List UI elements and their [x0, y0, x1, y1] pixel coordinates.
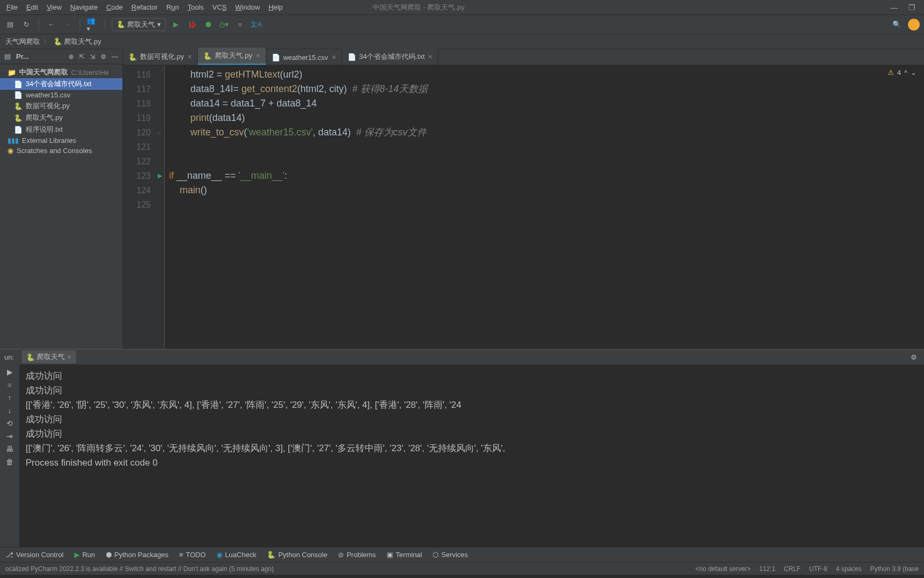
- up-icon[interactable]: ↑: [8, 393, 12, 402]
- tree-file-label: 程序说明.txt: [26, 125, 63, 134]
- gear-icon[interactable]: ⚙: [101, 53, 106, 60]
- collapse-icon[interactable]: ⇲: [90, 53, 95, 60]
- tab-label: 数据可视化.py: [140, 52, 184, 62]
- tab-3[interactable]: 📄 34个省会城市代码.txt ✕: [342, 49, 439, 65]
- down-icon[interactable]: ↓: [8, 406, 12, 415]
- tab-label: 爬取天气.py: [215, 51, 252, 60]
- close-icon[interactable]: ✕: [67, 354, 72, 361]
- tree-root-path: C:\Users\He: [71, 69, 109, 77]
- tool-python-packages[interactable]: ⬢Python Packages: [106, 551, 168, 559]
- profile-icon[interactable]: ◷▾: [218, 19, 230, 31]
- minimize-icon[interactable]: —: [890, 3, 898, 12]
- debug-icon[interactable]: 🐞: [186, 19, 198, 31]
- tool-services[interactable]: ⬡Services: [433, 551, 468, 559]
- status-server[interactable]: <no default server>: [695, 565, 750, 573]
- status-indent[interactable]: 4 spaces: [836, 565, 861, 573]
- expand-icon[interactable]: ⇱: [79, 53, 84, 60]
- maximize-icon[interactable]: ❐: [908, 3, 915, 12]
- user-icon[interactable]: 👥▾: [87, 19, 98, 31]
- status-interpreter[interactable]: Python 3.9 (base: [870, 565, 919, 573]
- project-tree[interactable]: 📁 中国天气网爬取 C:\Users\He 📄 34个省会城市代码.txt 📄 …: [0, 64, 122, 349]
- menu-run[interactable]: Run: [162, 2, 183, 13]
- menu-navigate[interactable]: Navigate: [66, 2, 102, 13]
- status-encoding[interactable]: UTF-8: [809, 565, 827, 573]
- close-icon[interactable]: ✕: [428, 54, 433, 60]
- stop-icon[interactable]: ■: [7, 381, 12, 389]
- scroll-icon[interactable]: ⇥: [6, 432, 13, 440]
- gear-icon[interactable]: ⚙: [908, 351, 920, 363]
- python-icon: 🐍: [267, 551, 275, 559]
- tool-problems[interactable]: ⊘Problems: [338, 551, 376, 559]
- inspection-widget[interactable]: ⚠ 4 ^ ⌄: [888, 69, 917, 77]
- tool-terminal[interactable]: ▣Terminal: [387, 551, 422, 559]
- translate-icon[interactable]: 文A: [250, 19, 262, 31]
- tab-0[interactable]: 🐍 数据可视化.py ✕: [123, 49, 198, 65]
- run-tab[interactable]: 🐍 爬取天气 ✕: [22, 351, 76, 363]
- breadcrumb-root[interactable]: 天气网爬取: [5, 37, 40, 47]
- menu-help[interactable]: Help: [264, 2, 287, 13]
- minimize-panel-icon[interactable]: —: [112, 53, 118, 60]
- menu-edit[interactable]: Edit: [22, 2, 42, 13]
- run-configuration-selector[interactable]: 🐍 爬取天气 ▾: [112, 18, 166, 31]
- scratch-icon: ◉: [7, 147, 13, 155]
- tree-scratches[interactable]: ◉ Scratches and Consoles: [0, 146, 122, 156]
- avatar[interactable]: [908, 19, 920, 31]
- refresh-icon[interactable]: ↻: [20, 19, 32, 31]
- chevron-down-icon[interactable]: ⌄: [911, 69, 917, 77]
- fold-gutter[interactable]: ⌐ ▶: [155, 65, 165, 349]
- tree-root[interactable]: 📁 中国天气网爬取 C:\Users\He: [0, 66, 122, 78]
- rerun-icon[interactable]: ▶: [7, 368, 13, 376]
- tree-file-1[interactable]: 📄 weather15.csv: [0, 90, 122, 100]
- coverage-icon[interactable]: ⬢: [202, 19, 214, 31]
- stop-icon[interactable]: ■: [234, 19, 246, 31]
- print-icon[interactable]: 🖶: [6, 445, 13, 453]
- run-icon[interactable]: ▶: [170, 19, 182, 31]
- tree-file-4[interactable]: 📄 程序说明.txt: [0, 124, 122, 135]
- chevron-up-icon[interactable]: ^: [904, 69, 907, 77]
- close-icon[interactable]: ✕: [332, 54, 336, 61]
- status-position[interactable]: 112:1: [759, 565, 775, 573]
- tab-2[interactable]: 📄 weather15.csv ✕: [266, 50, 342, 65]
- status-eol[interactable]: CRLF: [784, 565, 800, 573]
- tab-1[interactable]: 🐍 爬取天气.py ✕: [198, 48, 266, 65]
- problems-icon: ⊘: [338, 551, 344, 559]
- close-icon[interactable]: ✕: [187, 54, 192, 60]
- menu-window[interactable]: Window: [231, 2, 264, 13]
- close-icon[interactable]: ✕: [256, 52, 260, 59]
- run-panel: un: 🐍 爬取天气 ✕ ⚙ ▶ ■ ↑ ↓ ⟲ ⇥ 🖶 🗑 成功访问成功访问[…: [0, 349, 924, 547]
- csv-file-icon: 📄: [272, 54, 280, 62]
- tool-luacheck[interactable]: ◉LuaCheck: [217, 551, 257, 559]
- menu-vcs[interactable]: VCS: [208, 2, 231, 13]
- back-icon[interactable]: ←: [45, 19, 57, 31]
- text-file-icon: 📄: [348, 53, 356, 61]
- tool-todo[interactable]: ≡TODO: [179, 551, 206, 559]
- forward-icon[interactable]: →: [61, 19, 73, 31]
- code-editor[interactable]: 116117118 119120121 122123124 125 ⌐ ▶ ht…: [123, 65, 924, 349]
- search-icon[interactable]: 🔍: [891, 19, 903, 31]
- code-content[interactable]: html2 = getHTMLtext(url2) data8_14I= get…: [165, 65, 924, 349]
- status-message[interactable]: ocalized PyCharm 2022.2.3 is available /…: [5, 565, 274, 573]
- tree-file-2[interactable]: 🐍 数据可视化.py: [0, 100, 122, 112]
- menu-tools[interactable]: Tools: [183, 2, 208, 13]
- trash-icon[interactable]: 🗑: [6, 458, 13, 466]
- wrap-icon[interactable]: ⟲: [6, 419, 13, 428]
- tree-file-3[interactable]: 🐍 爬取天气.py: [0, 112, 122, 124]
- save-icon[interactable]: ▤: [4, 19, 16, 31]
- run-tab-bar: un: 🐍 爬取天气 ✕ ⚙: [0, 349, 924, 364]
- target-icon[interactable]: ⊕: [68, 53, 74, 60]
- menu-refactor[interactable]: Refactor: [127, 2, 162, 13]
- gutter-run-icon[interactable]: ▶: [155, 169, 164, 183]
- tool-version-control[interactable]: ⎇Version Control: [5, 551, 64, 559]
- tree-root-label: 中国天气网爬取: [19, 67, 68, 77]
- tool-run[interactable]: ▶Run: [74, 551, 95, 559]
- menu-code[interactable]: Code: [102, 2, 127, 13]
- terminal-icon: ▣: [387, 551, 393, 559]
- fold-end-icon[interactable]: ⌐: [155, 125, 164, 140]
- console-output[interactable]: 成功访问成功访问[['香港', '26', '阴', '25', '30', '…: [19, 364, 924, 547]
- tool-python-console[interactable]: 🐍Python Console: [267, 551, 327, 559]
- breadcrumb-file[interactable]: 🐍 爬取天气.py: [53, 37, 101, 47]
- menu-file[interactable]: File: [2, 2, 22, 13]
- tree-file-0[interactable]: 📄 34个省会城市代码.txt: [0, 78, 122, 90]
- menu-view[interactable]: View: [42, 2, 66, 13]
- tree-external-libraries[interactable]: ▮▮▮ External Libraries: [0, 135, 122, 146]
